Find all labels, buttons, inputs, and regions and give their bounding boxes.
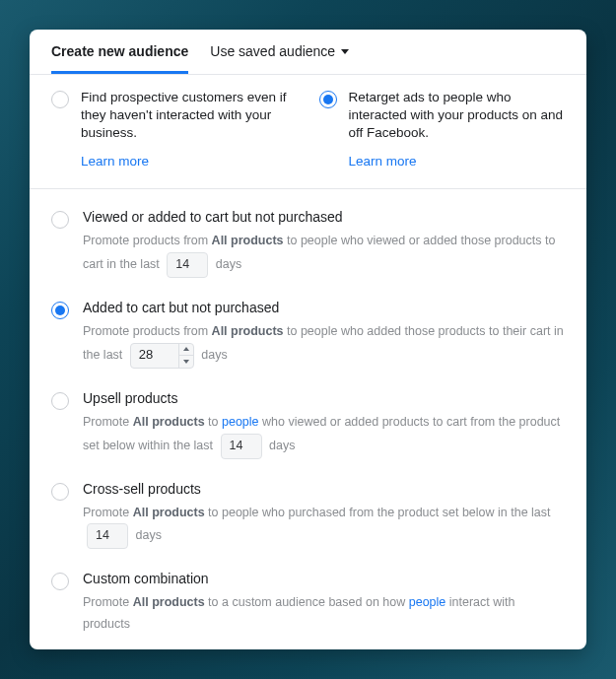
text: days xyxy=(135,529,161,543)
option-cross-title: Cross-sell products xyxy=(83,481,565,497)
text: Promote xyxy=(83,506,133,519)
tabs-row: Create new audience Use saved audience xyxy=(30,30,586,75)
option-prospective[interactable]: Find prospective customers even if they … xyxy=(51,89,298,170)
step-up-button[interactable] xyxy=(179,344,193,356)
days-value: 14 xyxy=(222,435,261,458)
text: Promote products from xyxy=(83,234,212,247)
option-viewed-or-added[interactable]: Viewed or added to cart but not purchase… xyxy=(51,209,565,278)
option-prospective-body: Find prospective customers even if they … xyxy=(81,89,298,170)
days-value: 14 xyxy=(88,524,127,548)
option-upsell-title: Upsell products xyxy=(83,390,565,406)
prospect-vs-retarget: Find prospective customers even if they … xyxy=(30,75,586,189)
text: days xyxy=(269,439,295,452)
option-custom-combination[interactable]: Custom combination Promote All products … xyxy=(51,571,565,636)
option-custom-desc: Promote All products to a custom audienc… xyxy=(83,592,565,636)
radio-cross-sell[interactable] xyxy=(51,483,69,501)
product-set: All products xyxy=(212,324,284,338)
step-down-button[interactable] xyxy=(179,356,193,368)
stepper xyxy=(178,344,193,368)
option-custom-title: Custom combination xyxy=(83,571,565,586)
text: to xyxy=(205,415,222,429)
radio-viewed-or-added[interactable] xyxy=(51,211,69,229)
learn-more-retarget[interactable]: Learn more xyxy=(349,153,417,170)
option-viewed-desc: Promote products from All products to pe… xyxy=(83,231,565,278)
option-retarget-body: Retarget ads to people who interacted wi… xyxy=(349,89,566,170)
text: days xyxy=(216,257,241,271)
days-value: 28 xyxy=(131,344,178,368)
text: to a custom audience based on how xyxy=(205,595,409,609)
product-set: All products xyxy=(133,595,205,609)
option-cross-sell[interactable]: Cross-sell products Promote All products… xyxy=(51,481,565,550)
days-field-cross[interactable]: 14 xyxy=(87,523,128,549)
option-upsell[interactable]: Upsell products Promote All products to … xyxy=(51,390,565,459)
learn-more-prospective[interactable]: Learn more xyxy=(81,153,149,170)
radio-custom-combination[interactable] xyxy=(51,573,69,590)
tab-use-saved-audience-label: Use saved audience xyxy=(210,43,335,59)
product-set: All products xyxy=(133,506,205,519)
radio-retarget[interactable] xyxy=(319,91,337,108)
text: Promote products from xyxy=(83,324,212,338)
chevron-up-icon xyxy=(183,347,189,351)
radio-upsell[interactable] xyxy=(51,392,69,410)
chevron-down-icon xyxy=(183,360,189,364)
days-field-upsell[interactable]: 14 xyxy=(221,434,262,459)
tab-use-saved-audience[interactable]: Use saved audience xyxy=(210,30,349,74)
product-set: All products xyxy=(212,234,284,247)
days-value: 14 xyxy=(168,253,207,277)
option-prospective-text: Find prospective customers even if they … xyxy=(81,89,298,143)
radio-added-not-purchased[interactable] xyxy=(51,302,69,319)
option-upsell-desc: Promote All products to people who viewe… xyxy=(83,412,565,459)
product-set: All products xyxy=(133,415,205,429)
text: Promote xyxy=(83,415,133,429)
option-added-title: Added to cart but not purchased xyxy=(83,300,565,315)
option-added-not-purchased[interactable]: Added to cart but not purchased Promote … xyxy=(51,300,565,369)
text: to people who purchased from the product… xyxy=(205,506,551,519)
days-field-viewed[interactable]: 14 xyxy=(167,252,208,278)
text: Promote xyxy=(83,595,133,609)
radio-prospective[interactable] xyxy=(51,91,69,108)
option-retarget[interactable]: Retarget ads to people who interacted wi… xyxy=(319,89,566,170)
days-field-added[interactable]: 28 xyxy=(130,343,194,369)
text: days xyxy=(201,348,227,362)
people-link[interactable]: people xyxy=(409,595,446,609)
option-retarget-text: Retarget ads to people who interacted wi… xyxy=(349,89,566,143)
option-viewed-title: Viewed or added to cart but not purchase… xyxy=(83,209,565,225)
chevron-down-icon xyxy=(341,49,349,54)
option-cross-desc: Promote All products to people who purch… xyxy=(83,503,565,550)
retarget-options-list: Viewed or added to cart but not purchase… xyxy=(30,189,586,649)
tab-create-new-audience[interactable]: Create new audience xyxy=(51,30,188,74)
people-link[interactable]: people xyxy=(222,415,259,429)
audience-card: Create new audience Use saved audience F… xyxy=(30,30,586,649)
option-added-desc: Promote products from All products to pe… xyxy=(83,321,565,369)
